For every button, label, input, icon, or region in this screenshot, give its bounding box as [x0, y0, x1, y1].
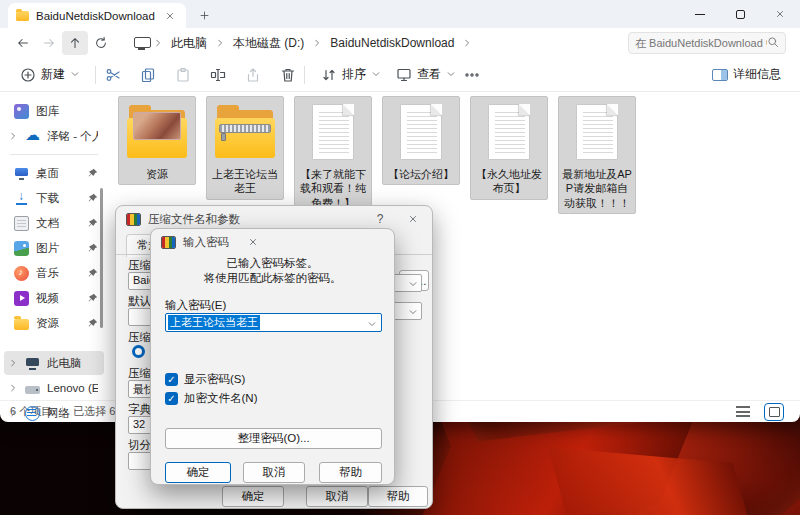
tab-bar: BaiduNetdiskDownload — [0, 0, 800, 28]
sidebar-item-label: 图片 — [36, 241, 80, 256]
chevron-down-icon — [367, 319, 377, 329]
sidebar-item-document[interactable]: 文档 — [4, 211, 104, 235]
cloud-icon — [25, 129, 40, 144]
show-password-row[interactable]: 显示密码(S) — [165, 372, 245, 387]
file-tile[interactable]: 资源 — [118, 96, 196, 185]
cut-button[interactable] — [104, 66, 121, 83]
minimize-icon — [695, 14, 705, 15]
refresh-button[interactable] — [88, 31, 114, 55]
delete-button[interactable] — [279, 66, 296, 83]
archive-dialog-title: 压缩文件名和参数 — [148, 212, 240, 227]
sort-button[interactable]: 排序 — [313, 62, 388, 87]
up-button[interactable] — [62, 31, 88, 55]
sidebar-item-cloud[interactable]: 泽铭 - 个人 — [4, 124, 104, 148]
rename-button[interactable] — [209, 66, 226, 83]
sidebar-item-drive[interactable]: Lenovo (E:) — [4, 376, 104, 400]
sidebar-item-download[interactable]: 下载 — [4, 186, 104, 210]
file-name: 最新地址及APP请发邮箱自动获取！！！ — [559, 167, 635, 210]
pin-icon — [87, 268, 98, 279]
forward-button[interactable] — [36, 31, 62, 55]
more-options-button[interactable] — [463, 66, 480, 83]
dialog-help-button[interactable]: ? — [371, 210, 389, 228]
show-password-checkbox[interactable] — [165, 373, 178, 386]
sidebar-item-picture[interactable]: 图片 — [4, 236, 104, 260]
breadcrumb-segment[interactable]: BaiduNetdiskDownload — [324, 34, 460, 52]
dialog-close-button[interactable] — [244, 233, 262, 251]
password-combobox[interactable]: 上老王论坛当老王 — [165, 313, 382, 332]
sidebar-item-pc[interactable]: 此电脑 — [4, 351, 104, 375]
folder-icon — [16, 11, 29, 21]
archive-help-button[interactable]: 帮助 — [368, 486, 428, 507]
back-button[interactable] — [10, 31, 36, 55]
archive-ok-button[interactable]: 确定 — [222, 486, 284, 507]
zip-folder-icon — [213, 102, 277, 164]
sidebar-item-label: 音乐 — [36, 266, 80, 281]
search-input[interactable]: 在 BaiduNetdiskDownload 中搜索 — [628, 32, 786, 54]
text-document-icon — [301, 102, 365, 164]
list-view-toggle[interactable] — [736, 406, 750, 417]
sort-icon — [320, 66, 337, 83]
pin-icon — [87, 318, 98, 329]
text-document-icon — [477, 102, 541, 164]
sidebar-item-network[interactable]: 网络 — [4, 401, 104, 425]
rar-format-radio[interactable] — [132, 345, 145, 358]
folder-with-photo-icon — [125, 102, 189, 164]
sidebar-scrollbar[interactable] — [100, 188, 103, 328]
dialog-close-button[interactable] — [404, 210, 422, 228]
file-tile[interactable]: 【论坛介绍】 — [382, 96, 460, 185]
drive-icon — [25, 386, 40, 394]
sort-button-label: 排序 — [342, 66, 366, 83]
password-cancel-button[interactable]: 取消 — [243, 462, 305, 483]
file-tile[interactable]: 【来了就能下载和观看！纯免费！】 — [294, 96, 372, 214]
window-controls — [680, 0, 800, 28]
winrar-icon — [161, 236, 176, 249]
encrypt-names-checkbox[interactable] — [165, 392, 178, 405]
pin-icon — [87, 193, 98, 204]
pin-icon — [87, 218, 98, 229]
share-button[interactable] — [244, 66, 261, 83]
sidebar-item-label: 下载 — [36, 191, 80, 206]
breadcrumb-chevron-icon — [215, 38, 225, 48]
folder-icon — [14, 319, 29, 330]
password-help-button[interactable]: 帮助 — [319, 462, 382, 483]
chevron-right-icon[interactable] — [8, 383, 18, 393]
tab-title: BaiduNetdiskDownload — [36, 10, 155, 22]
sidebar-item-folder[interactable]: 资源 — [4, 311, 104, 335]
tab-close-icon[interactable] — [162, 8, 178, 24]
file-tile[interactable]: 【永久地址发布页】 — [470, 96, 548, 200]
minimize-button[interactable] — [680, 0, 720, 28]
copy-button[interactable] — [139, 66, 156, 83]
new-tab-button[interactable] — [196, 7, 212, 23]
sidebar-item-desktop[interactable]: 桌面 — [4, 161, 104, 185]
command-bar: 新建 排序 查看 详细信息 — [0, 58, 800, 92]
password-dialog-titlebar: 输入密码 — [151, 229, 394, 255]
file-tile[interactable]: 最新地址及APP请发邮箱自动获取！！！ — [558, 96, 636, 214]
new-button[interactable]: 新建 — [12, 62, 87, 87]
sidebar-item-music[interactable]: 音乐 — [4, 261, 104, 285]
details-pane-icon — [712, 69, 728, 81]
details-pane-button[interactable]: 详细信息 — [705, 62, 788, 87]
sidebar-item-label: 此电脑 — [47, 356, 98, 371]
breadcrumb-segment[interactable]: 本地磁盘 (D:) — [227, 33, 310, 54]
archive-cancel-button[interactable]: 取消 — [306, 486, 368, 507]
sidebar-item-video[interactable]: 视频 — [4, 286, 104, 310]
toolbar-separator — [95, 66, 96, 84]
chevron-right-icon[interactable] — [8, 358, 18, 368]
thumbnail-view-toggle[interactable] — [764, 403, 784, 421]
breadcrumb-segment[interactable]: 此电脑 — [165, 33, 213, 54]
view-button[interactable]: 查看 — [388, 62, 463, 87]
breadcrumb-chevron-icon — [462, 38, 472, 48]
paste-button[interactable] — [174, 66, 191, 83]
chevron-right-icon[interactable] — [8, 131, 18, 141]
maximize-icon — [736, 10, 745, 19]
explorer-tab[interactable]: BaiduNetdiskDownload — [8, 3, 186, 28]
chevron-right-icon[interactable] — [8, 408, 18, 418]
close-button[interactable] — [760, 0, 800, 28]
encrypt-names-row[interactable]: 加密文件名(N) — [165, 391, 257, 406]
file-tile[interactable]: 上老王论坛当老王 — [206, 96, 284, 200]
pin-icon — [87, 243, 98, 254]
sidebar-item-gallery[interactable]: 图库 — [4, 99, 104, 123]
password-ok-button[interactable]: 确定 — [165, 462, 231, 483]
organize-passwords-button[interactable]: 整理密码(O)... — [165, 428, 382, 449]
maximize-button[interactable] — [720, 0, 760, 28]
